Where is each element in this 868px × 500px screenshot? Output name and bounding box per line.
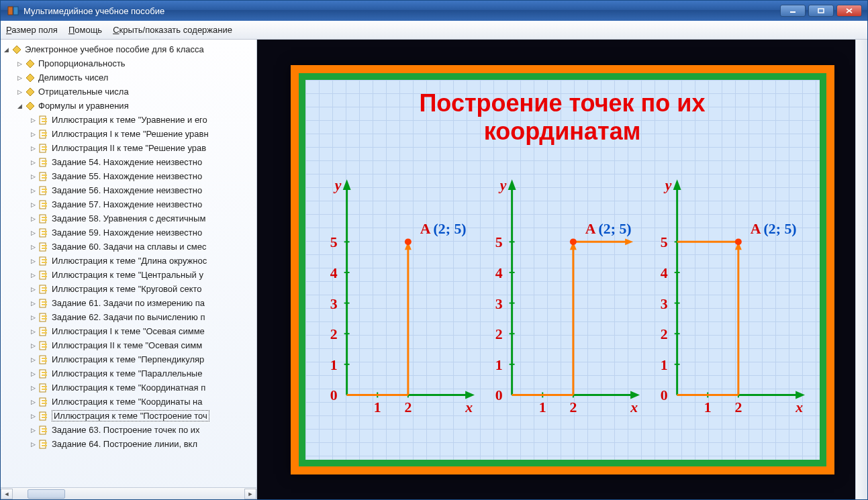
tree-item[interactable]: ▷Задание 59. Нахождение неизвестно	[2, 226, 255, 240]
expand-icon[interactable]: ▷	[29, 313, 37, 321]
tree-item[interactable]: ▷Задание 63. Построение точек по их	[2, 423, 255, 437]
tree-item[interactable]: ▷Иллюстрация к теме "Параллельные	[2, 366, 255, 381]
tree-item[interactable]: ▷Иллюстрация к теме "Координаты на	[2, 395, 255, 409]
tree-item[interactable]: ▷Задание 57. Нахождение неизвестно	[2, 197, 255, 211]
tree-item-label: Отрицательные числа	[38, 87, 129, 97]
scroll-track[interactable]	[13, 489, 244, 499]
expand-icon[interactable]: ▷	[29, 257, 37, 265]
slide-title-line1: Построение точек по их	[419, 89, 705, 117]
tree-item[interactable]: ◢Формулы и уравнения	[2, 99, 255, 113]
titlebar[interactable]: Мультимедийное учебное пособие	[1, 1, 867, 21]
tree-item[interactable]: ▷Иллюстрация II к теме "Осевая симм	[2, 338, 255, 352]
svg-rect-9	[40, 116, 46, 124]
expand-icon[interactable]: ▷	[29, 285, 37, 293]
tree-item[interactable]: ▷Иллюстрация к теме "Центральный у	[2, 268, 255, 282]
expand-icon[interactable]: ▷	[29, 229, 37, 237]
svg-marker-73	[42, 414, 47, 415]
expand-icon[interactable]: ▷	[29, 356, 37, 364]
svg-marker-8	[26, 102, 34, 110]
expand-icon[interactable]: ▷	[29, 215, 37, 223]
svg-rect-39	[40, 257, 46, 265]
expand-icon[interactable]: ▷	[29, 328, 37, 336]
content-area: Построение точек по их координатам 01234…	[257, 40, 867, 499]
svg-rect-0	[8, 7, 13, 15]
expand-icon[interactable]: ▷	[29, 299, 37, 307]
tree-item[interactable]: ▷Иллюстрация к теме "Круговой секто	[2, 282, 255, 296]
tree-item[interactable]: ▷Отрицательные числа	[2, 85, 255, 99]
tree-item[interactable]: ◢Электронное учебное пособие для 6 класс…	[2, 42, 255, 56]
expand-icon[interactable]: ▷	[29, 384, 37, 392]
tree-item[interactable]: ▷Задание 58. Уравнения с десятичным	[2, 211, 255, 226]
svg-text:x: x	[465, 400, 473, 416]
expand-icon[interactable]: ▷	[29, 271, 37, 279]
expand-icon[interactable]: ▷	[29, 426, 37, 434]
svg-text:y: y	[497, 177, 506, 193]
svg-rect-15	[40, 144, 46, 152]
tree-item[interactable]: ▷Иллюстрация к теме "Уравнение и его	[2, 113, 255, 127]
expand-icon[interactable]: ▷	[29, 130, 37, 138]
expand-icon[interactable]: ▷	[29, 370, 37, 378]
menu-toggle-toc[interactable]: Скрыть/показать содержание	[113, 25, 232, 35]
expand-icon[interactable]: ▷	[15, 74, 23, 82]
svg-marker-47	[42, 290, 47, 291]
svg-rect-45	[40, 285, 46, 293]
minimize-button[interactable]	[780, 5, 806, 17]
svg-rect-66	[40, 384, 46, 392]
tree-item-label: Иллюстрация к теме "Центральный у	[52, 270, 203, 280]
v-scrollbar[interactable]	[855, 40, 867, 499]
svg-marker-56	[42, 332, 47, 334]
tree-item[interactable]: ▷Пропорциональность	[2, 56, 255, 70]
svg-rect-69	[40, 398, 46, 406]
tree-item[interactable]: ▷Задание 62. Задачи по вычислению п	[2, 310, 255, 324]
scroll-thumb[interactable]	[28, 489, 65, 499]
tree-item[interactable]: ▷Задание 56. Нахождение неизвестно	[2, 183, 255, 197]
scroll-right-button[interactable]: ►	[244, 489, 256, 499]
tree-item-label: Иллюстрация к теме "Построение точ	[52, 410, 209, 421]
tree-item[interactable]: ▷Иллюстрация к теме "Построение точ	[2, 409, 255, 423]
svg-point-160	[734, 239, 741, 246]
collapse-icon[interactable]: ◢	[15, 102, 23, 110]
expand-icon[interactable]: ▷	[29, 412, 37, 420]
expand-icon[interactable]: ▷	[29, 440, 37, 448]
tree-item[interactable]: ▷Делимость чисел	[2, 70, 255, 85]
svg-text:3: 3	[330, 296, 337, 312]
expand-icon[interactable]: ▷	[29, 116, 37, 124]
close-button[interactable]	[836, 5, 862, 17]
expand-icon[interactable]: ▷	[29, 398, 37, 406]
tree[interactable]: ◢Электронное учебное пособие для 6 класс…	[1, 40, 256, 467]
h-scrollbar[interactable]: ◄ ►	[1, 487, 256, 499]
tree-item[interactable]: ▷Задание 60. Задачи на сплавы и смес	[2, 240, 255, 254]
tree-item[interactable]: ▷Задание 54. Нахождение неизвестно	[2, 155, 255, 169]
svg-text:2: 2	[660, 326, 667, 342]
tree-item[interactable]: ▷Иллюстрация к теме "Длина окружнос	[2, 254, 255, 268]
menu-help[interactable]: Помощь	[68, 25, 102, 35]
tree-item-label: Задание 61. Задачи по измерению па	[52, 298, 205, 308]
collapse-icon[interactable]: ◢	[2, 46, 10, 54]
scroll-left-button[interactable]: ◄	[1, 489, 13, 499]
tree-item[interactable]: ▷Задание 64. Построение линии, вкл	[2, 437, 255, 451]
tree-item[interactable]: ▷Иллюстрация I к теме "Осевая симме	[2, 324, 255, 338]
menu-field-size[interactable]: Размер поля	[6, 25, 58, 35]
expand-icon[interactable]: ▷	[29, 243, 37, 251]
menu-label: азмер поля	[11, 25, 58, 35]
slide-grid: Построение точек по их координатам 01234…	[305, 80, 820, 460]
expand-icon[interactable]: ▷	[29, 144, 37, 152]
tree-item-label: Формулы и уравнения	[38, 101, 129, 111]
tree-item-label: Задание 64. Построение линии, вкл	[52, 439, 197, 449]
tree-item[interactable]: ▷Иллюстрация к теме "Перпендикуляр	[2, 352, 255, 366]
tree-item-label: Иллюстрация I к теме "Осевая симме	[52, 326, 205, 336]
expand-icon[interactable]: ▷	[29, 342, 37, 350]
expand-icon[interactable]: ▷	[29, 158, 37, 166]
tree-item-label: Задание 62. Задачи по вычислению п	[52, 312, 205, 322]
tree-item[interactable]: ▷Иллюстрация II к теме "Решение урав	[2, 141, 255, 155]
maximize-button[interactable]	[808, 5, 834, 17]
expand-icon[interactable]: ▷	[29, 172, 37, 181]
tree-item[interactable]: ▷Иллюстрация к теме "Координатная п	[2, 381, 255, 395]
expand-icon[interactable]: ▷	[15, 88, 23, 96]
expand-icon[interactable]: ▷	[29, 187, 37, 195]
tree-item[interactable]: ▷Задание 61. Задачи по измерению па	[2, 296, 255, 310]
expand-icon[interactable]: ▷	[15, 60, 23, 68]
expand-icon[interactable]: ▷	[29, 201, 37, 209]
tree-item[interactable]: ▷Иллюстрация I к теме "Решение уравн	[2, 127, 255, 141]
tree-item[interactable]: ▷Задание 55. Нахождение неизвестно	[2, 169, 255, 183]
